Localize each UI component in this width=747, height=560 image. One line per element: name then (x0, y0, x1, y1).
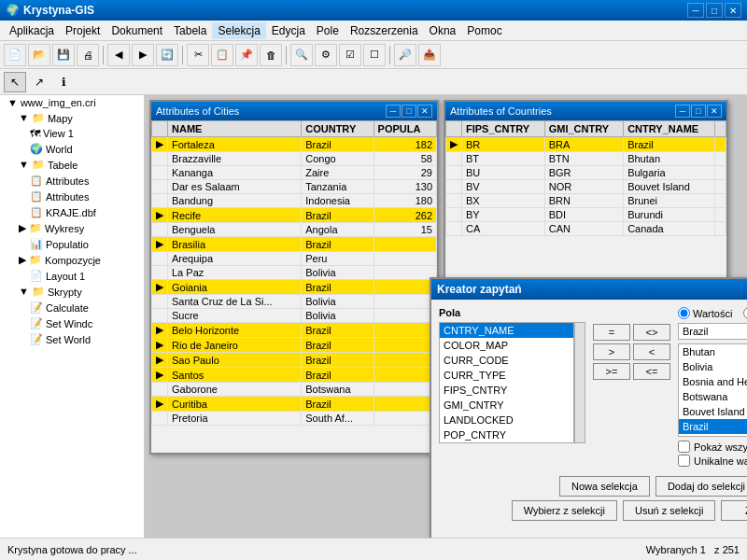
toolbar-new[interactable]: 📄 (4, 44, 26, 66)
countries-table-row[interactable]: ▶ BR BRA Brazil (446, 137, 726, 152)
tool-select[interactable]: ↗ (28, 72, 50, 92)
cities-table-row[interactable]: ▶ Goiania Brazil (152, 280, 437, 295)
countries-col-fips[interactable]: FIPS_CNTRY (462, 121, 545, 137)
cities-table-row[interactable]: ▶ Belo Horizonte Brazil (152, 323, 437, 338)
menu-dokument[interactable]: Dokument (106, 22, 168, 39)
countries-col-name[interactable]: CNTRY_NAME (624, 121, 715, 137)
btn-remove[interactable]: Usuń z selekcji (623, 500, 715, 521)
maximize-button[interactable]: □ (706, 3, 723, 18)
menu-okna[interactable]: Okna (424, 22, 462, 39)
operator-button[interactable]: = (593, 324, 630, 341)
toolbar-print[interactable]: 🖨 (77, 44, 99, 66)
toolbar-deselect[interactable]: ☐ (363, 44, 386, 66)
sidebar-item-populatio[interactable]: 📊 Populatio (0, 236, 144, 252)
toolbar-save[interactable]: 💾 (52, 44, 75, 66)
sidebar-item-root[interactable]: ▼ www_img_en.cri (0, 95, 144, 110)
toolbar-export[interactable]: 📤 (418, 44, 441, 66)
menu-aplikacja[interactable]: Aplikacja (4, 22, 60, 39)
cities-table-row[interactable]: Kananga Zaire 29 (152, 166, 437, 180)
fields-list-item[interactable]: CNTRY_NAME (440, 323, 573, 338)
cities-table-row[interactable]: ▶ Brasilia Brazil (152, 237, 437, 252)
radio-wartosci[interactable] (678, 307, 690, 319)
countries-table-row[interactable]: BT BTN Bhutan (446, 152, 726, 166)
cities-table-row[interactable]: Arequipa Peru (152, 252, 437, 266)
fields-scrollbar[interactable] (574, 322, 585, 443)
query-dialog-title[interactable]: Kreator zapytań ✕ (431, 279, 747, 300)
cities-close-btn[interactable]: ✕ (417, 105, 432, 118)
fields-list-item[interactable]: FIPS_CNTRY (440, 383, 573, 398)
toolbar-back[interactable]: ◀ (107, 44, 130, 66)
sidebar-item-tabele[interactable]: ▼ 📁 Tabele (0, 157, 144, 173)
radio-pola[interactable] (743, 307, 747, 319)
cities-table-row[interactable]: Bandung Indonesia 180 (152, 194, 437, 208)
btn-add-to-selection[interactable]: Dodaj do selekcji (655, 476, 747, 497)
cities-table-row[interactable]: ▶ Curitiba Brazil (152, 397, 437, 412)
values-list-item[interactable]: Bosnia and Herzegovina (679, 374, 747, 389)
cities-table-row[interactable]: ▶ Santos Brazil (152, 368, 437, 383)
cities-table-row[interactable]: ▶ Fortaleza Brazil 182 (152, 137, 437, 152)
values-list[interactable]: BhutanBoliviaBosnia and HerzegovinaBotsw… (678, 343, 747, 437)
toolbar-search[interactable]: 🔍 (290, 44, 313, 66)
cities-minimize-btn[interactable]: ─ (386, 105, 401, 118)
fields-list-item[interactable]: CURR_CODE (440, 353, 573, 368)
sidebar-item-view1[interactable]: 🗺 View 1 (0, 126, 144, 141)
countries-table-row[interactable]: BU BGR Bulgaria (446, 166, 726, 180)
countries-maximize-btn[interactable]: □ (691, 105, 706, 118)
countries-col-gmi[interactable]: GMI_CNTRY (544, 121, 623, 137)
cities-table-row[interactable]: Benguela Angola 15 (152, 223, 437, 237)
countries-window-title[interactable]: Attributes of Countries ─ □ ✕ (445, 102, 726, 120)
countries-table-row[interactable]: BV NOR Bouvet Island (446, 180, 726, 194)
fields-list-item[interactable]: COLOR_MAP (440, 338, 573, 353)
fields-list-item[interactable]: CURR_TYPE (440, 368, 573, 383)
sidebar-item-world[interactable]: 🌍 World (0, 141, 144, 157)
operator-button[interactable]: <= (633, 363, 670, 380)
menu-tabela[interactable]: Tabela (168, 22, 212, 39)
toolbar-open[interactable]: 📂 (28, 44, 50, 66)
values-list-item[interactable]: Bolivia (679, 359, 747, 374)
radio-wartosci-label[interactable]: Wartości (678, 307, 732, 319)
cities-table-row[interactable]: ▶ Rio de Janeiro Brazil (152, 338, 437, 353)
fields-list[interactable]: CNTRY_NAMECOLOR_MAPCURR_CODECURR_TYPEFIP… (439, 322, 574, 443)
countries-minimize-btn[interactable]: ─ (675, 105, 690, 118)
countries-table-row[interactable]: CA CAN Canada (446, 222, 726, 236)
checkbox-all[interactable] (678, 441, 690, 453)
cities-table-row[interactable]: Pretoria South Af... (152, 412, 437, 426)
fields-list-item[interactable]: LANDLOCKED (440, 413, 573, 427)
operator-button[interactable]: > (593, 343, 630, 360)
radio-pola-label[interactable]: Pola (743, 307, 747, 319)
sidebar-item-mapy[interactable]: ▼ 📁 Mapy (0, 110, 144, 126)
btn-select-from[interactable]: Wybierz z selekcji (512, 500, 617, 521)
toolbar-refresh[interactable]: 🔄 (156, 44, 178, 66)
menu-rozszerzenia[interactable]: Rozszerzenia (345, 22, 424, 39)
toolbar-zoom-in[interactable]: 🔎 (394, 44, 416, 66)
tool-info[interactable]: ℹ (52, 72, 75, 92)
sidebar-item-attr1[interactable]: 📋 Attributes (0, 173, 144, 189)
values-list-item[interactable]: Bhutan (679, 344, 747, 359)
cities-table-row[interactable]: Brazzaville Congo 58 (152, 152, 437, 166)
sidebar-item-skrypty[interactable]: ▼ 📁 Skrypty (0, 284, 144, 300)
cities-table-row[interactable]: Gaborone Botswana (152, 383, 437, 397)
cities-table-row[interactable]: Dar es Salaam Tanzania 130 (152, 180, 437, 194)
countries-table-row[interactable]: BX BRN Brunei (446, 194, 726, 208)
checkbox-unique[interactable] (678, 455, 690, 467)
countries-table-row[interactable]: BY BDI Burundi (446, 208, 726, 222)
toolbar-select-all[interactable]: ☑ (339, 44, 361, 66)
values-list-item[interactable]: Brazil (679, 419, 747, 434)
sidebar-item-setworld[interactable]: 📝 Set World (0, 331, 144, 347)
menu-projekt[interactable]: Projekt (60, 22, 106, 39)
fields-list-item[interactable]: POP_CNTRY (440, 427, 573, 442)
close-button[interactable]: ✕ (725, 3, 741, 18)
cities-table-row[interactable]: La Paz Bolivia (152, 266, 437, 280)
menu-pole[interactable]: Pole (311, 22, 345, 39)
cities-table-scroll[interactable]: NAME COUNTRY POPULA ▶ Fortaleza Brazil 1… (151, 120, 437, 453)
toolbar-next[interactable]: ▶ (132, 44, 154, 66)
menu-edycja[interactable]: Edycja (266, 22, 311, 39)
menu-pomoc[interactable]: Pomoc (461, 22, 507, 39)
sidebar-item-kompozycje[interactable]: ▶ 📁 Kompozycje (0, 252, 144, 268)
cities-table-row[interactable]: Sucre Bolivia (152, 309, 437, 323)
sidebar-item-attr2[interactable]: 📋 Attributes (0, 189, 144, 204)
cities-window-title[interactable]: Attributes of Cities ─ □ ✕ (151, 102, 437, 120)
operator-button[interactable]: <> (633, 324, 670, 341)
cities-table-row[interactable]: Santa Cruz de La Si... Bolivia (152, 295, 437, 309)
toolbar-cut[interactable]: ✂ (187, 44, 209, 66)
